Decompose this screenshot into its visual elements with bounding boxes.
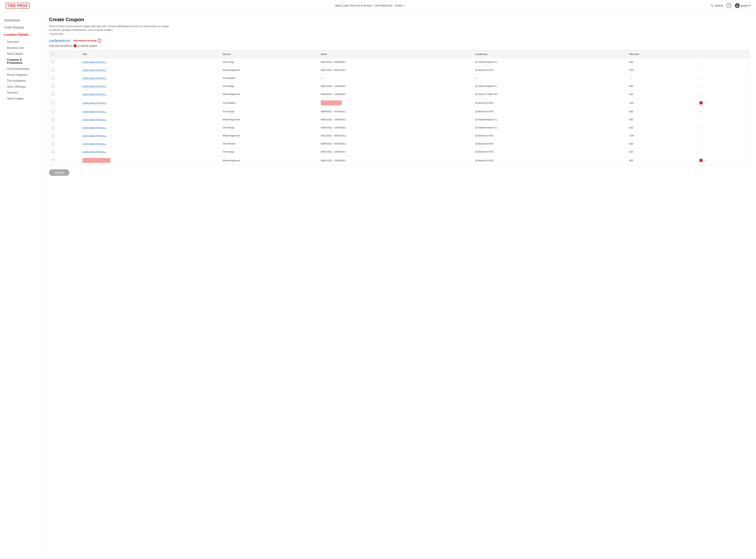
sidebar-subitem-overview[interactable]: Overview <box>7 39 38 45</box>
row-8-checkbox[interactable] <box>51 126 55 129</box>
sidebar-subitem-services[interactable]: Services <box>7 90 38 96</box>
row-2-service: Tire Rotation <box>220 74 318 82</box>
click-hint-text2: to edit the content <box>78 44 97 47</box>
row-11-title[interactable]: Lorem Ipsum Proin eu... <box>82 151 107 153</box>
row-10-location: (3) Bonita St #307... <box>473 140 627 148</box>
page-description: Proin eu lorem et nisi posuere congue eg… <box>49 24 172 32</box>
file-link[interactable]: yourfilename.xml <box>49 39 70 42</box>
sidebar-subitem-business-info[interactable]: Business Info <box>7 45 38 51</box>
row-5-service: Tire Rotation <box>220 98 318 108</box>
row-8-location: (2) Herbert Wayne Ct... <box>473 124 627 132</box>
store-selector[interactable]: West Coast Tire Pros & Service - LOS ANG… <box>335 4 405 7</box>
row-12-warn-icon[interactable]: ! <box>699 159 703 162</box>
row-5-more-options[interactable]: ··· <box>704 101 707 105</box>
row-3-service: Oil Change <box>220 82 318 90</box>
row-7-more-options[interactable]: ··· <box>699 118 703 121</box>
sidebar-subitem-hours-scheduling[interactable]: Hours/Scheduling <box>7 66 38 72</box>
row-2-location: ---- <box>473 74 627 82</box>
store-selector-label: West Coast Tire Pros & Service - LOS ANG… <box>335 4 402 7</box>
table-header-row: Title Service Dates Location(s) Discount <box>49 50 749 58</box>
row-11-dates: 09/01/2021 - 10/06/2021 <box>318 148 473 156</box>
coupons-table: Title Service Dates Location(s) Discount… <box>49 50 749 165</box>
user-menu[interactable]: g gyana ▾ <box>735 3 750 8</box>
row-12-location: (3) Bonita St #307... <box>473 156 627 165</box>
row-5-warn-icon[interactable]: ! <box>699 101 703 105</box>
row-10-more-options[interactable]: ··· <box>699 142 703 146</box>
row-0-title[interactable]: Lorem Ipsum Proin eu... <box>82 61 107 63</box>
row-12-more-options[interactable]: ··· <box>704 159 707 162</box>
row-1-more-options[interactable]: ··· <box>699 68 703 72</box>
row-7-discount: $25 <box>627 116 697 124</box>
row-8-title[interactable]: Lorem Ipsum Proin eu... <box>82 126 107 129</box>
row-2-title[interactable]: Lorem Ipsum Proin eu... <box>82 77 107 80</box>
row-11-more-options[interactable]: ··· <box>699 150 703 154</box>
click-hint-text: Click any red block or <box>49 44 72 47</box>
row-12-checkbox[interactable] <box>51 159 55 162</box>
row-7-title[interactable]: Lorem Ipsum Proin eu... <box>82 118 107 121</box>
row-9-title[interactable]: Lorem Ipsum Proin eu... <box>82 134 107 137</box>
row-12-title-red[interactable] <box>82 158 110 163</box>
row-4-location: (5) North Ct Suite 150... <box>473 90 627 98</box>
row-10-checkbox[interactable] <box>51 142 55 145</box>
table-row: Lorem Ipsum Proin eu...Wheel Alignment08… <box>49 66 749 74</box>
sidebar-subitem-store-details[interactable]: Store Details <box>7 51 38 57</box>
row-0-checkbox[interactable] <box>51 60 55 63</box>
row-0-discount: $10 <box>627 58 697 66</box>
row-0-location: (2) Herbert Wayne Ct... <box>473 58 627 66</box>
row-5-discount: 10% <box>627 98 697 108</box>
sidebar-item-order-reports[interactable]: Order Reports <box>4 24 38 31</box>
row-9-checkbox[interactable] <box>51 134 55 137</box>
row-2-dates: ---- <box>318 74 473 82</box>
sidebar-item-dashboard[interactable]: Dashboard <box>4 17 38 24</box>
row-2-checkbox[interactable] <box>51 76 55 79</box>
row-0-more-options[interactable]: ··· <box>699 60 703 64</box>
row-6-more-options[interactable]: ··· <box>699 110 703 113</box>
page-title: Create Coupon <box>49 17 749 22</box>
search-button[interactable]: 🔍 Search <box>710 4 723 7</box>
row-6-title[interactable]: Lorem Ipsum Proin eu... <box>82 110 107 113</box>
row-11-discount: $25 <box>627 148 697 156</box>
row-2-more-options[interactable]: ··· <box>699 76 703 80</box>
select-all-checkbox[interactable] <box>51 52 55 55</box>
row-11-checkbox[interactable] <box>51 150 55 153</box>
row-8-discount: $10 <box>627 124 697 132</box>
header-right: 🔍 Search ? g gyana ▾ <box>710 3 750 8</box>
avatar: g <box>735 3 740 8</box>
info-missing-icon: ! <box>98 39 101 43</box>
import-button[interactable]: Import <box>49 169 69 176</box>
row-5-title[interactable]: Lorem Ipsum Proin eu... <box>82 102 107 104</box>
row-7-checkbox[interactable] <box>51 118 55 121</box>
row-9-location: (3) Bonita St #307... <box>473 132 627 140</box>
row-5-checkbox[interactable] <box>51 101 55 104</box>
sidebar-subitem-store-offerings[interactable]: Store Offerings <box>7 84 38 90</box>
table-row: Lorem Ipsum Proin eu...Wheel Alignment09… <box>49 116 749 124</box>
table-row: Lorem Ipsum Proin eu...Oil Change06/05/2… <box>49 108 749 116</box>
table-row: Lorem Ipsum Proin eu...Wheel Alignment08… <box>49 132 749 140</box>
row-1-checkbox[interactable] <box>51 68 55 71</box>
row-3-title[interactable]: Lorem Ipsum Proin eu... <box>82 85 107 87</box>
row-1-title[interactable]: Lorem Ipsum Proin eu... <box>82 69 107 71</box>
row-4-checkbox[interactable] <box>51 92 55 95</box>
col-header-actions <box>697 50 749 58</box>
sidebar-subitem-coupons-promotions[interactable]: Coupons & Promotions <box>7 57 38 66</box>
row-3-more-options[interactable]: ··· <box>699 84 703 88</box>
row-4-more-options[interactable]: ··· <box>699 92 703 96</box>
row-5-dates-red[interactable] <box>321 100 342 105</box>
sidebar-subitem-tire-installation[interactable]: Tire Installation <box>7 78 38 84</box>
row-10-dates: 06/05/2021 - 07/04/2021 <box>318 140 473 148</box>
sidebar-subitem-brand-organizer[interactable]: Brand Organizer <box>7 72 38 78</box>
table-row: Lorem Ipsum Proin eu...Wheel Alignment09… <box>49 90 749 98</box>
table-row: Lorem Ipsum Proin eu...Tire Rotation(3) … <box>49 98 749 108</box>
row-3-checkbox[interactable] <box>51 85 55 87</box>
row-4-title[interactable]: Lorem Ipsum Proin eu... <box>82 93 107 95</box>
sidebar-subitem-store-images[interactable]: Store Images <box>7 96 38 102</box>
help-icon[interactable]: ? <box>727 3 731 8</box>
col-header-dates: Dates <box>318 50 473 58</box>
required-note: *required field <box>49 32 749 35</box>
row-6-checkbox[interactable] <box>51 110 55 113</box>
row-8-more-options[interactable]: ··· <box>699 126 703 130</box>
row-6-service: Oil Change <box>220 108 318 116</box>
sidebar-item-location-details[interactable]: Location Details <box>4 31 38 38</box>
row-9-more-options[interactable]: ··· <box>699 134 703 137</box>
row-10-title[interactable]: Lorem Ipsum Proin eu... <box>82 142 107 145</box>
